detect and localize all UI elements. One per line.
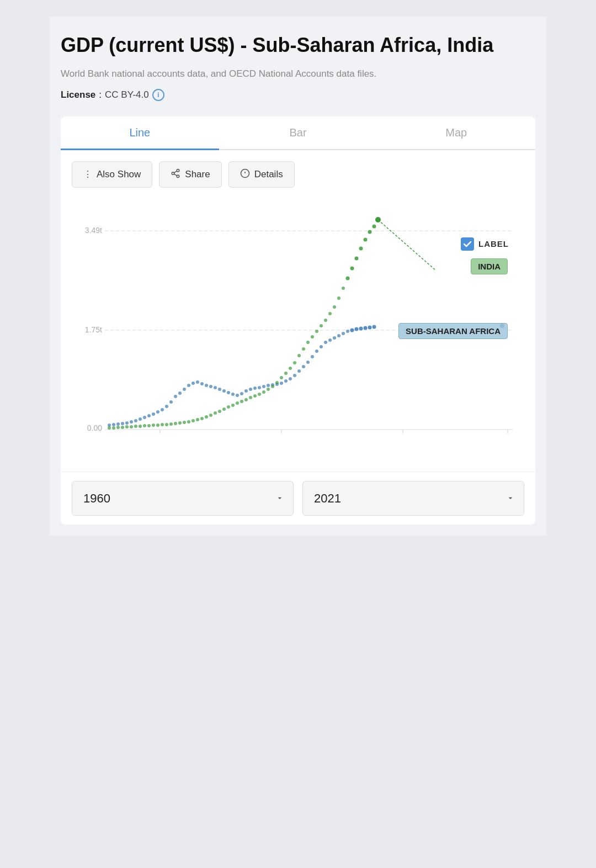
- license-value: CC BY-4.0: [105, 89, 149, 100]
- svg-point-44: [236, 394, 239, 397]
- svg-point-121: [302, 347, 305, 351]
- label-toggle-row: LABEL: [461, 237, 509, 251]
- svg-point-63: [320, 345, 323, 348]
- svg-point-111: [258, 393, 261, 396]
- also-show-icon: ⋮: [83, 169, 92, 179]
- svg-point-125: [320, 324, 323, 327]
- also-show-button[interactable]: ⋮ Also Show: [72, 161, 152, 188]
- svg-point-49: [258, 386, 261, 389]
- svg-point-78: [112, 426, 115, 430]
- svg-point-39: [214, 386, 217, 389]
- svg-point-119: [293, 361, 296, 364]
- svg-point-103: [222, 407, 226, 411]
- svg-point-67: [337, 334, 340, 337]
- svg-point-69: [346, 330, 349, 333]
- svg-point-122: [306, 341, 310, 344]
- svg-point-23: [143, 416, 146, 419]
- svg-point-51: [267, 384, 270, 387]
- svg-point-19: [125, 421, 129, 425]
- svg-point-24: [147, 414, 151, 417]
- svg-point-88: [156, 424, 159, 427]
- details-button[interactable]: Details: [228, 161, 295, 188]
- svg-point-114: [271, 385, 274, 388]
- license-info-icon[interactable]: i: [152, 89, 164, 101]
- svg-point-84: [139, 425, 142, 428]
- svg-point-131: [346, 276, 350, 280]
- svg-point-31: [178, 391, 182, 395]
- svg-point-35: [196, 380, 199, 384]
- svg-point-2: [177, 175, 180, 178]
- start-year-select[interactable]: 1960 1965 1970 1975 1980 1985 1990 1995 …: [72, 481, 294, 516]
- svg-point-112: [262, 390, 265, 394]
- svg-point-97: [196, 418, 199, 421]
- year-selectors: 1960 1965 1970 1975 1980 1985 1990 1995 …: [61, 472, 535, 525]
- details-icon: [240, 168, 250, 181]
- svg-point-130: [342, 287, 345, 290]
- label-checkbox[interactable]: [461, 237, 474, 251]
- svg-point-115: [275, 381, 279, 384]
- svg-point-59: [302, 365, 305, 368]
- svg-point-127: [328, 312, 332, 315]
- tab-map[interactable]: Map: [377, 117, 535, 149]
- svg-point-118: [289, 367, 292, 370]
- svg-point-62: [315, 350, 318, 353]
- svg-point-135: [364, 237, 368, 241]
- svg-point-82: [130, 425, 133, 428]
- svg-line-4: [174, 171, 177, 173]
- svg-point-136: [368, 230, 372, 234]
- svg-point-61: [311, 355, 314, 358]
- svg-point-64: [324, 341, 327, 344]
- end-year-select[interactable]: 1960 1965 1970 1975 1980 1985 1990 1995 …: [302, 481, 524, 516]
- svg-point-55: [284, 379, 288, 383]
- svg-point-91: [169, 422, 173, 426]
- svg-point-134: [359, 246, 363, 250]
- svg-point-18: [121, 422, 124, 425]
- svg-point-83: [134, 425, 137, 428]
- svg-point-26: [156, 410, 159, 414]
- tab-bar[interactable]: Bar: [219, 117, 377, 149]
- svg-point-101: [214, 411, 217, 415]
- svg-point-66: [333, 336, 336, 340]
- svg-point-58: [297, 369, 301, 373]
- svg-point-21: [134, 419, 137, 422]
- license-row: License : CC BY-4.0 i: [61, 89, 535, 101]
- svg-point-27: [161, 408, 164, 411]
- ssa-series: [108, 324, 504, 427]
- svg-point-43: [231, 393, 235, 396]
- chart-svg-wrap: LABEL 3.49t 1.75t 0.00: [72, 199, 524, 466]
- svg-point-32: [183, 388, 186, 391]
- svg-point-73: [364, 326, 368, 330]
- svg-point-37: [205, 384, 208, 387]
- india-series: [108, 217, 436, 430]
- svg-point-48: [253, 387, 257, 390]
- source-text: World Bank national accounts data, and O…: [61, 67, 535, 81]
- svg-point-93: [178, 421, 182, 425]
- svg-point-123: [311, 335, 314, 338]
- y-label-mid: 1.75t: [85, 325, 102, 334]
- svg-point-95: [187, 420, 190, 424]
- tab-line[interactable]: Line: [61, 117, 219, 149]
- svg-point-116: [280, 376, 283, 379]
- svg-point-81: [125, 425, 129, 428]
- svg-point-109: [249, 396, 252, 399]
- svg-point-98: [200, 417, 204, 420]
- svg-point-87: [152, 424, 155, 427]
- svg-point-137: [372, 224, 376, 228]
- svg-point-89: [161, 423, 164, 426]
- svg-line-3: [174, 174, 177, 176]
- license-colon: :: [99, 89, 102, 100]
- svg-point-86: [147, 424, 151, 427]
- svg-point-56: [289, 377, 292, 380]
- svg-point-79: [116, 426, 120, 429]
- svg-point-65: [328, 338, 332, 342]
- svg-point-106: [236, 401, 239, 405]
- svg-point-110: [253, 394, 257, 398]
- svg-point-133: [355, 256, 359, 260]
- svg-point-77: [108, 426, 111, 430]
- svg-point-100: [209, 414, 212, 417]
- share-button[interactable]: Share: [159, 161, 221, 188]
- license-label: License: [61, 89, 95, 100]
- svg-point-54: [280, 382, 283, 385]
- svg-point-50: [262, 385, 265, 388]
- svg-point-128: [333, 305, 336, 309]
